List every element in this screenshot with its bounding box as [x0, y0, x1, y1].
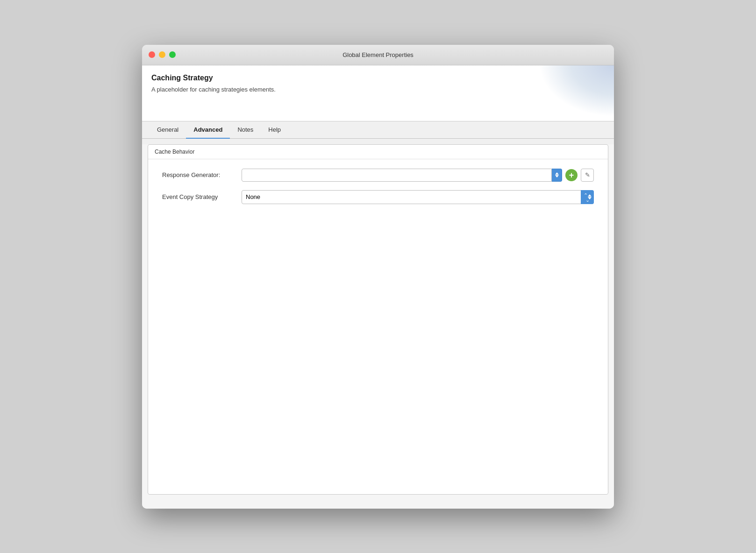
event-copy-strategy-select-wrapper: None Shallow Deep [242, 190, 594, 204]
panel-border: Cache Behavior Response Generator: [148, 144, 608, 495]
event-copy-strategy-row: Event Copy Strategy None Shallow Deep [162, 190, 594, 204]
tab-notes[interactable]: Notes [230, 121, 261, 139]
content-area: Cache Behavior Response Generator: [142, 144, 614, 509]
tab-general[interactable]: General [150, 121, 186, 139]
edit-button[interactable]: ✎ [581, 169, 594, 182]
tabs-bar: General Advanced Notes Help [142, 121, 614, 139]
event-copy-strategy-controls: None Shallow Deep [242, 190, 594, 204]
section-header: Cache Behavior [148, 145, 608, 159]
titlebar-buttons [149, 51, 176, 58]
add-button[interactable]: + [565, 169, 578, 182]
spinner-down-icon [555, 175, 559, 177]
event-copy-strategy-label: Event Copy Strategy [162, 193, 242, 200]
response-generator-row: Response Generator: + [162, 169, 594, 182]
close-button[interactable] [149, 51, 155, 58]
header-section: Caching Strategy A placeholder for cachi… [142, 65, 614, 121]
response-generator-spinner[interactable] [552, 169, 562, 182]
response-generator-controls: + ✎ [242, 169, 594, 182]
titlebar: Global Element Properties [142, 45, 614, 65]
response-generator-input-wrapper [242, 169, 562, 182]
response-generator-input[interactable] [242, 169, 552, 182]
header-decoration [539, 65, 614, 117]
edit-icon: ✎ [585, 171, 590, 178]
response-generator-label: Response Generator: [162, 171, 242, 178]
tab-help[interactable]: Help [261, 121, 288, 139]
header-title: Caching Strategy [151, 74, 605, 82]
window-title: Global Element Properties [342, 51, 414, 58]
header-subtitle: A placeholder for caching strategies ele… [151, 86, 605, 93]
tab-advanced[interactable]: Advanced [186, 121, 230, 139]
spinner-up-icon [555, 172, 559, 175]
event-copy-strategy-select[interactable]: None Shallow Deep [242, 190, 594, 204]
maximize-button[interactable] [169, 51, 176, 58]
form-area: Response Generator: + [148, 159, 608, 222]
add-icon: + [565, 169, 578, 181]
main-window: Global Element Properties Caching Strate… [142, 45, 614, 509]
minimize-button[interactable] [159, 51, 165, 58]
